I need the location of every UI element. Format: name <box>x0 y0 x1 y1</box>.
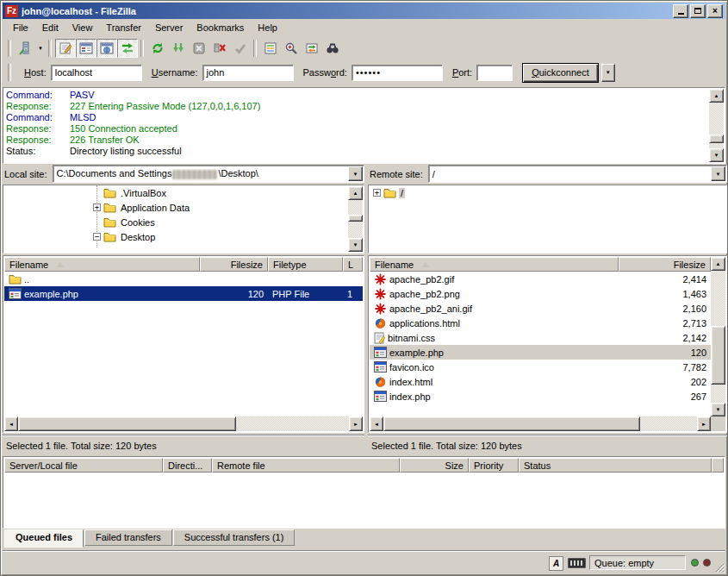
log-entry: Response:150 Connection accepted <box>6 123 707 135</box>
scroll-up-button[interactable]: ▲ <box>711 257 725 271</box>
tree-item-cookies[interactable]: Cookies <box>3 215 364 229</box>
local-site-dropdown-button[interactable]: ▼ <box>348 166 363 181</box>
file-row-favicon-ico[interactable]: favicon.ico7,782 <box>370 360 711 374</box>
local-site-combobox[interactable]: C:\Documents and Settings\Desktop\ ▼ <box>53 165 364 183</box>
scroll-left-button[interactable]: ◄ <box>4 416 18 431</box>
scroll-track[interactable] <box>383 416 697 431</box>
column-header-filesize[interactable]: Filesize <box>200 257 268 272</box>
scroll-thumb[interactable] <box>383 416 640 431</box>
file-row-index-php[interactable]: index.php267 <box>370 389 711 404</box>
file-row-apache-pb2-png[interactable]: apache_pb2.png1,463 <box>370 286 711 301</box>
scroll-down-button[interactable]: ▼ <box>709 148 724 162</box>
close-button[interactable]: × <box>707 4 723 18</box>
queue-column-header-server-local-file[interactable]: Server/Local file <box>4 458 163 473</box>
scroll-up-button[interactable]: ▲ <box>709 89 724 103</box>
file-row-example-php[interactable]: example.php120 <box>370 345 711 360</box>
tree-item-virtualbox[interactable]: .VirtualBox <box>3 185 364 200</box>
local-tree-scrollbar[interactable]: ▲▼ <box>348 186 363 252</box>
local-list-scrollbar[interactable]: ◄► <box>4 416 363 431</box>
remote-list-scrollbar[interactable]: ◄► <box>370 416 711 431</box>
synchronized-browsing-button[interactable] <box>302 39 322 58</box>
scroll-right-button[interactable]: ► <box>349 416 363 431</box>
scroll-track[interactable] <box>18 416 349 431</box>
remote-status-text: Selected 1 file. Total size: 120 bytes <box>371 441 522 451</box>
menu-item-help[interactable]: Help <box>251 21 284 35</box>
password-input[interactable]: •••••• <box>352 65 443 81</box>
directory-comparison-button[interactable] <box>281 39 302 58</box>
file-row-bitnami-css[interactable]: bitnami.css2,142 <box>370 330 711 345</box>
tree-item-desktop[interactable]: −Desktop <box>3 229 364 244</box>
column-header-filesize[interactable]: Filesize <box>619 257 711 272</box>
username-input[interactable]: john <box>202 65 294 81</box>
menu-item-file[interactable]: File <box>6 21 35 35</box>
cancel-operation-button[interactable] <box>189 39 209 58</box>
remote-site-dropdown-button[interactable]: ▼ <box>711 166 725 181</box>
queue-column-header-size[interactable]: Size <box>400 458 469 473</box>
scroll-thumb[interactable] <box>348 215 363 222</box>
remote-list-scrollbar[interactable]: ▲▼ <box>711 257 725 416</box>
file-row-apache-pb2-gif[interactable]: apache_pb2.gif2,414 <box>370 272 711 286</box>
queue-column-header-remote-file[interactable]: Remote file <box>212 458 400 473</box>
scroll-down-button[interactable]: ▼ <box>348 238 363 252</box>
toggle-transfer-queue-button[interactable] <box>117 39 138 58</box>
column-header-filetype[interactable]: Filetype <box>268 257 343 272</box>
resize-grip[interactable] <box>713 561 725 573</box>
filter-button[interactable] <box>260 39 281 58</box>
quickconnect-dropdown-button[interactable]: ▼ <box>601 64 615 82</box>
queue-column-header-empty[interactable] <box>712 458 724 473</box>
refresh-button[interactable] <box>147 39 168 58</box>
queue-column-header-status[interactable]: Status <box>519 458 712 473</box>
file-row-item[interactable]: .. <box>4 272 363 286</box>
scroll-right-button[interactable]: ► <box>697 416 711 431</box>
column-header-filename[interactable]: Filename <box>370 257 619 272</box>
scroll-thumb[interactable] <box>711 326 725 384</box>
maximize-button[interactable] <box>690 4 706 18</box>
tree-expand-plus-icon[interactable]: + <box>93 203 101 211</box>
remote-site-combobox[interactable]: / ▼ <box>428 165 727 183</box>
file-row-apache-pb2-ani-gif[interactable]: apache_pb2_ani.gif2,160 <box>370 301 711 316</box>
toggle-message-log-button[interactable] <box>55 39 76 58</box>
file-row-index-html[interactable]: index.html202 <box>370 374 711 389</box>
port-input[interactable] <box>476 65 513 81</box>
tree-collapse-minus-icon[interactable]: − <box>93 233 101 241</box>
tree-expand-plus-icon[interactable]: + <box>373 189 381 197</box>
site-manager-button-dropdown[interactable]: ▼ <box>35 39 46 58</box>
tab-failed-transfers[interactable]: Failed transfers <box>84 529 172 546</box>
scroll-up-button[interactable]: ▲ <box>348 186 363 200</box>
queue-list[interactable] <box>4 473 724 527</box>
column-header-l[interactable]: L <box>343 257 363 272</box>
toggle-local-tree-button[interactable] <box>76 39 96 58</box>
queue-column-header-directi[interactable]: Directi... <box>163 458 212 473</box>
log-scrollbar[interactable]: ▲▼ <box>709 89 724 162</box>
toggle-remote-tree-button[interactable] <box>96 39 117 58</box>
tab-successful-transfers-1[interactable]: Successful transfers (1) <box>173 529 296 546</box>
site-manager-button[interactable] <box>15 39 35 58</box>
tab-queued-files[interactable]: Queued files <box>4 529 84 548</box>
file-row-example-php[interactable]: example.php120PHP File1 <box>4 286 363 301</box>
menu-item-server[interactable]: Server <box>148 21 190 35</box>
file-row-applications-html[interactable]: applications.html2,713 <box>370 316 711 330</box>
disconnect-button[interactable] <box>209 39 230 58</box>
host-input[interactable]: localhost <box>51 65 142 81</box>
title-bar[interactable]: Fz john@localhost - FileZilla × <box>3 3 725 19</box>
minimize-button[interactable] <box>673 4 688 18</box>
scroll-track[interactable] <box>348 200 363 238</box>
menu-item-edit[interactable]: Edit <box>35 21 65 35</box>
menu-item-bookmarks[interactable]: Bookmarks <box>190 21 251 35</box>
scroll-thumb[interactable] <box>18 416 236 431</box>
menu-item-transfer[interactable]: Transfer <box>99 21 148 35</box>
scroll-thumb[interactable] <box>709 135 724 143</box>
queue-column-header-priority[interactable]: Priority <box>469 458 519 473</box>
tree-item-item[interactable]: +/ <box>369 185 726 200</box>
column-header-filename[interactable]: Filename <box>4 257 200 272</box>
scroll-track[interactable] <box>709 103 724 148</box>
reconnect-button[interactable] <box>230 39 251 58</box>
scroll-left-button[interactable]: ◄ <box>370 416 383 431</box>
scroll-track[interactable] <box>711 271 725 403</box>
scroll-down-button[interactable]: ▼ <box>711 403 725 416</box>
find-files-button[interactable] <box>322 39 343 58</box>
tree-item-application-data[interactable]: +Application Data <box>3 200 364 215</box>
process-queue-button[interactable] <box>168 39 189 58</box>
quickconnect-button[interactable]: Quickconnect <box>522 63 599 83</box>
menu-item-view[interactable]: View <box>65 21 100 35</box>
